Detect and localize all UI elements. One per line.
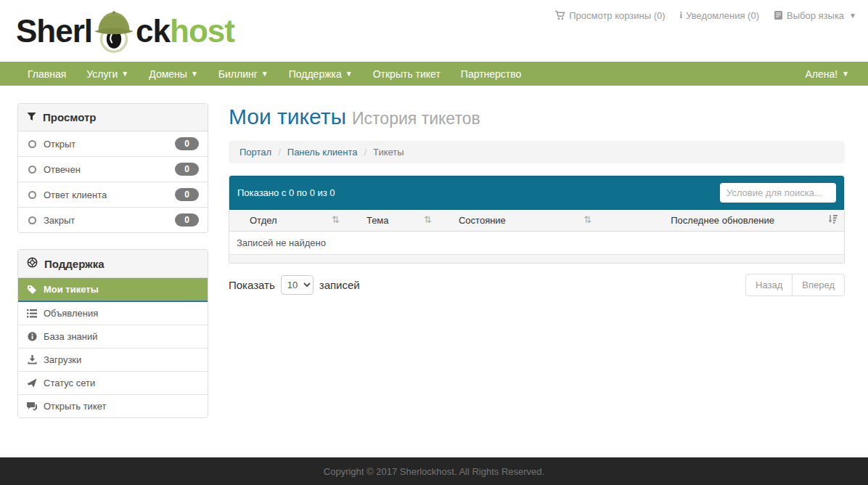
sidebar-item-downloads[interactable]: Загрузки xyxy=(18,349,208,372)
logo[interactable]: Sherl ckhost xyxy=(16,9,234,54)
download-icon xyxy=(27,355,37,364)
sidebar-item-network-status[interactable]: Статус сети xyxy=(18,372,208,395)
language-label: Выбор языка xyxy=(787,10,844,21)
chevron-down-icon: ▼ xyxy=(191,70,198,78)
info-circle-icon xyxy=(27,332,37,341)
chevron-down-icon: ▼ xyxy=(849,12,856,20)
topbar: Просмотр корзины (0) i Уведомления (0) В… xyxy=(554,9,856,21)
info-icon: i xyxy=(680,9,683,21)
column-header-subject[interactable]: Тема ⇅ xyxy=(346,210,438,231)
search-input[interactable] xyxy=(720,183,836,203)
nav-item-billing[interactable]: Биллинг▼ xyxy=(208,62,279,86)
table-header-row: Отдел ⇅ Тема ⇅ Состояние ⇅ Последнее обн… xyxy=(229,210,844,232)
column-header-department[interactable]: Отдел ⇅ xyxy=(229,210,346,231)
sidebar-item-open[interactable]: Открыт 0 xyxy=(18,131,208,157)
show-label: Показать xyxy=(229,279,275,291)
nav-item-services[interactable]: Услуги▼ xyxy=(76,62,139,86)
view-cart-link[interactable]: Просмотр корзины (0) xyxy=(554,9,665,21)
detective-magnifier-icon xyxy=(93,10,135,55)
pagination-bar: Показать 10 записей Назад Вперед xyxy=(229,274,845,296)
content-area: Просмотр Открыт 0 Отвечен 0 Ответ клиент… xyxy=(0,86,868,457)
view-cart-label: Просмотр корзины (0) xyxy=(569,10,665,21)
language-selector[interactable]: Выбор языка ▼ xyxy=(774,9,856,21)
sidebar-item-closed[interactable]: Закрыт 0 xyxy=(18,208,208,232)
chevron-down-icon: ▼ xyxy=(261,70,269,78)
navbar-items: Главная Услуги▼ Домены▼ Биллинг▼ Поддерж… xyxy=(17,62,531,86)
circle-icon xyxy=(27,140,37,148)
notifications-link[interactable]: i Уведомления (0) xyxy=(680,9,759,21)
count-badge: 0 xyxy=(175,163,199,176)
comments-icon xyxy=(27,402,37,411)
circle-icon xyxy=(27,166,37,174)
sort-icon[interactable]: ⇅ xyxy=(332,214,340,225)
tickets-table-panel: Показано с 0 по 0 из 0 Отдел ⇅ Тема ⇅ Со… xyxy=(229,176,845,264)
list-icon xyxy=(27,309,37,318)
page-title-text: Мои тикеты xyxy=(229,105,346,129)
next-page-button[interactable]: Вперед xyxy=(792,274,845,296)
sort-icon[interactable]: ⇅ xyxy=(584,214,591,225)
previous-page-button[interactable]: Назад xyxy=(745,274,793,296)
sidebar-item-answered[interactable]: Отвечен 0 xyxy=(18,157,208,182)
empty-table-row: Записей не найдено xyxy=(229,232,844,255)
nav-item-domains[interactable]: Домены▼ xyxy=(139,62,208,86)
page-subtitle-text: История тикетов xyxy=(352,109,480,128)
logo-text-sherl: Sherl xyxy=(16,15,92,47)
footer: Copyright © 2017 Sherlockhost. All Right… xyxy=(0,457,868,485)
circle-icon xyxy=(27,216,37,224)
cart-icon xyxy=(554,10,565,20)
sidebar-item-open-ticket[interactable]: Открыть тикет xyxy=(18,395,208,417)
sidebar: Просмотр Открыт 0 Отвечен 0 Ответ клиент… xyxy=(17,103,208,418)
copyright-text: Copyright © 2017 Sherlockhost. All Right… xyxy=(324,466,544,477)
table-footer-strip xyxy=(229,255,844,263)
nav-user-menu[interactable]: Алена! ▼ xyxy=(795,62,859,86)
sidebar-item-customer-reply[interactable]: Ответ клиента 0 xyxy=(18,182,208,208)
logo-text-ck: ck xyxy=(136,15,170,47)
records-summary: Показано с 0 по 0 из 0 xyxy=(237,187,335,198)
support-panel: Поддержка Мои тикеты Объявления База зна… xyxy=(17,249,208,418)
page-title: Мои тикетыИстория тикетов xyxy=(229,105,845,129)
main-column: Мои тикетыИстория тикетов Портал / Панел… xyxy=(229,103,845,296)
breadcrumb-portal[interactable]: Портал xyxy=(239,147,271,158)
support-panel-header: Поддержка xyxy=(18,250,208,278)
chevron-down-icon: ▼ xyxy=(842,70,849,78)
life-ring-icon xyxy=(27,257,38,270)
username-label: Алена! xyxy=(805,68,838,80)
plane-icon xyxy=(27,378,37,388)
column-header-status[interactable]: Состояние ⇅ xyxy=(438,210,598,231)
sort-icon[interactable]: ⇅ xyxy=(424,214,432,225)
breadcrumb: Портал / Панель клиента / Тикеты xyxy=(229,141,845,163)
ticket-icon xyxy=(27,285,37,295)
page-size-control: Показать 10 записей xyxy=(229,275,360,295)
breadcrumb-client-area[interactable]: Панель клиента xyxy=(287,147,358,158)
nav-item-affiliate[interactable]: Партнерство xyxy=(451,62,532,86)
column-header-last-updated[interactable]: Последнее обновление xyxy=(598,210,844,231)
sidebar-item-announcements[interactable]: Объявления xyxy=(18,302,208,325)
sidebar-item-knowledgebase[interactable]: База знаний xyxy=(18,325,208,349)
sort-amount-desc-icon[interactable] xyxy=(828,214,838,226)
language-icon xyxy=(774,10,783,20)
circle-icon xyxy=(27,191,37,199)
count-badge: 0 xyxy=(175,188,199,201)
count-badge: 0 xyxy=(175,137,199,150)
nav-item-home[interactable]: Главная xyxy=(17,62,76,86)
notifications-label: Уведомления (0) xyxy=(686,10,759,21)
table-toolbar: Показано с 0 по 0 из 0 xyxy=(229,176,844,210)
pager-buttons: Назад Вперед xyxy=(745,274,845,296)
breadcrumb-current: Тикеты xyxy=(373,147,404,158)
sidebar-item-my-tickets[interactable]: Мои тикеты xyxy=(18,278,208,302)
page-size-select[interactable]: 10 xyxy=(281,275,314,295)
chevron-down-icon: ▼ xyxy=(121,70,128,78)
records-label: записей xyxy=(319,279,360,291)
nav-item-open-ticket[interactable]: Открыть тикет xyxy=(363,62,451,86)
logo-text-host: host xyxy=(170,15,234,47)
main-navbar: Главная Услуги▼ Домены▼ Биллинг▼ Поддерж… xyxy=(0,62,868,86)
view-panel-header: Просмотр xyxy=(18,104,208,131)
header: Просмотр корзины (0) i Уведомления (0) В… xyxy=(0,0,868,62)
filter-icon xyxy=(27,111,36,123)
nav-item-support[interactable]: Поддержка▼ xyxy=(279,62,363,86)
chevron-down-icon: ▼ xyxy=(345,70,353,78)
count-badge: 0 xyxy=(175,213,199,227)
view-panel: Просмотр Открыт 0 Отвечен 0 Ответ клиент… xyxy=(17,103,208,233)
